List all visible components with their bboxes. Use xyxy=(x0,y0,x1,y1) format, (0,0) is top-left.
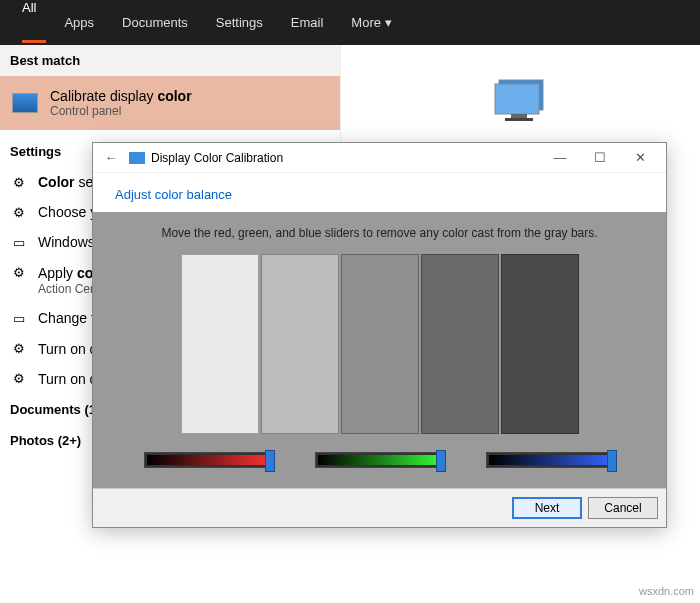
best-match-subtitle: Control panel xyxy=(50,104,192,118)
slider-thumb[interactable] xyxy=(607,450,617,472)
tab-more[interactable]: More ▾ xyxy=(337,0,405,45)
svg-rect-1 xyxy=(495,84,539,114)
blue-slider[interactable] xyxy=(486,452,616,468)
gray-bars xyxy=(93,254,666,434)
cancel-button[interactable]: Cancel xyxy=(588,497,658,519)
tab-settings[interactable]: Settings xyxy=(202,0,277,45)
monitor-preview-icon xyxy=(491,76,551,124)
display-icon: ▭ xyxy=(10,309,28,327)
gear-icon: ⚙ xyxy=(10,370,28,388)
next-button[interactable]: Next xyxy=(512,497,582,519)
tab-documents[interactable]: Documents xyxy=(108,0,202,45)
dialog-heading: Adjust color balance xyxy=(93,173,666,212)
green-slider[interactable] xyxy=(315,452,445,468)
svg-rect-2 xyxy=(511,114,527,118)
watermark: wsxdn.com xyxy=(639,585,694,597)
slider-thumb[interactable] xyxy=(436,450,446,472)
preview-pane xyxy=(340,45,700,155)
display-icon: ▭ xyxy=(10,233,28,251)
svg-rect-3 xyxy=(505,118,533,121)
red-slider[interactable] xyxy=(144,452,274,468)
gear-icon: ⚙ xyxy=(10,203,28,221)
gray-bar-3 xyxy=(341,254,419,434)
close-button[interactable]: ✕ xyxy=(620,143,660,173)
slider-thumb[interactable] xyxy=(265,450,275,472)
back-button[interactable]: ← xyxy=(99,150,123,165)
gear-icon: ⚙ xyxy=(10,264,28,282)
chevron-down-icon: ▾ xyxy=(385,15,392,30)
gray-bar-5 xyxy=(501,254,579,434)
calibration-dialog: ← Display Color Calibration — ☐ ✕ Adjust… xyxy=(92,142,667,528)
gray-bar-2 xyxy=(261,254,339,434)
gear-icon: ⚙ xyxy=(10,340,28,358)
calibration-app-icon xyxy=(129,150,145,166)
svg-rect-4 xyxy=(129,152,145,164)
dialog-instruction: Move the red, green, and blue sliders to… xyxy=(93,226,666,240)
gear-icon: ⚙ xyxy=(10,173,28,191)
tab-apps[interactable]: Apps xyxy=(50,0,108,45)
search-tabs: All Apps Documents Settings Email More ▾ xyxy=(0,0,700,45)
gray-bar-4 xyxy=(421,254,499,434)
tab-all[interactable]: All xyxy=(8,0,50,15)
dialog-title: Display Color Calibration xyxy=(151,151,540,165)
minimize-button[interactable]: — xyxy=(540,143,580,173)
gray-bar-1 xyxy=(181,254,259,434)
best-match-title: Calibrate display color xyxy=(50,88,192,104)
monitor-icon xyxy=(12,93,38,113)
maximize-button[interactable]: ☐ xyxy=(580,143,620,173)
tab-email[interactable]: Email xyxy=(277,0,338,45)
